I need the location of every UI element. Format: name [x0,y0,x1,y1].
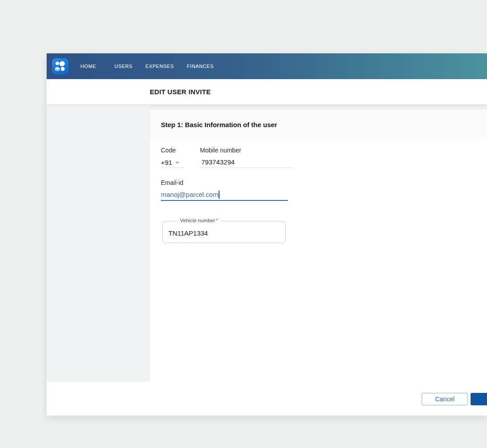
nav-item-home[interactable]: HOME [80,64,96,69]
left-sidebar-panel [47,104,150,382]
text-cursor [219,191,220,199]
required-asterisk: * [216,218,218,223]
content-top-gap [150,104,487,110]
primary-action-button[interactable] [471,393,487,405]
email-value: manoj@parcel.com [161,191,218,198]
email-input[interactable]: manoj@parcel.com [161,189,288,201]
vehicle-number-input[interactable] [163,221,285,243]
nav-item-expenses[interactable]: EXPENSES [145,64,174,69]
vehicle-number-label: Vehicle number* [177,218,221,223]
vehicle-number-label-text: Vehicle number [180,218,215,223]
top-navbar: HOME USERS EXPENSES FINANCES [47,53,487,79]
email-label: Email-id [161,179,184,186]
main-panel: Step 1: Basic Information of the user Co… [150,104,487,382]
country-code-select[interactable]: +91 [161,157,184,168]
app-window: HOME USERS EXPENSES FINANCES EDIT USER I… [47,53,487,416]
mobile-number-label: Mobile number [200,147,241,154]
nav-item-finances[interactable]: FINANCES [187,64,213,69]
nav-menu: HOME USERS EXPENSES FINANCES [80,53,227,79]
chevron-down-icon [176,162,179,164]
mobile-number-input[interactable] [200,157,292,168]
title-bar: EDIT USER INVITE [47,79,487,104]
content-area: Step 1: Basic Information of the user Co… [47,104,487,382]
app-logo[interactable] [52,58,68,75]
step-heading: Step 1: Basic Information of the user [161,121,277,128]
cancel-button[interactable]: Cancel [422,393,468,405]
vehicle-number-field: Vehicle number* [162,221,286,243]
page-title: EDIT USER INVITE [150,88,211,96]
nav-item-users[interactable]: USERS [114,64,132,69]
step-header-band: Step 1: Basic Information of the user [150,110,487,139]
country-code-value: +91 [161,159,172,166]
code-label: Code [161,147,176,154]
parcel-logo-icon [53,60,67,73]
footer-bar: Cancel [47,382,487,416]
